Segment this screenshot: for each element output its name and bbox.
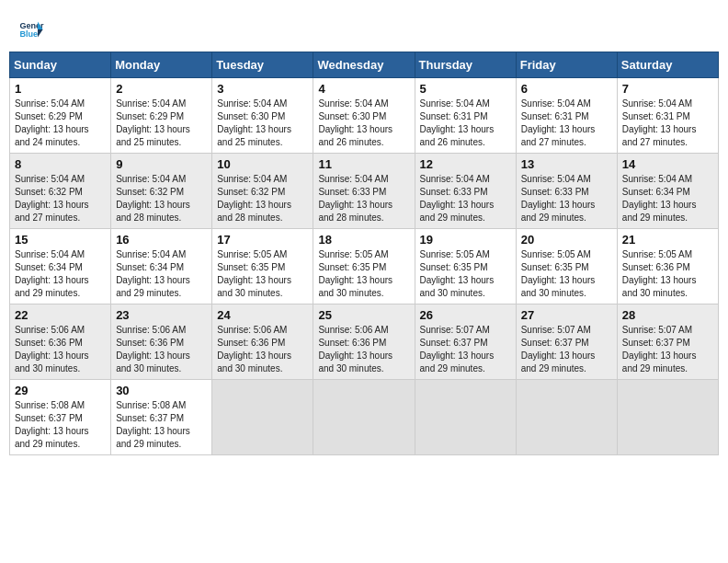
svg-text:Blue: Blue bbox=[19, 29, 38, 39]
day-info: Sunrise: 5:06 AM Sunset: 6:36 PM Dayligh… bbox=[318, 324, 409, 375]
day-info: Sunrise: 5:04 AM Sunset: 6:30 PM Dayligh… bbox=[318, 98, 409, 149]
calendar-cell bbox=[415, 380, 516, 455]
day-info: Sunrise: 5:04 AM Sunset: 6:34 PM Dayligh… bbox=[116, 248, 207, 300]
calendar-cell: 22Sunrise: 5:06 AM Sunset: 6:36 PM Dayli… bbox=[10, 304, 111, 380]
day-info: Sunrise: 5:04 AM Sunset: 6:34 PM Dayligh… bbox=[15, 248, 106, 300]
day-info: Sunrise: 5:08 AM Sunset: 6:37 PM Dayligh… bbox=[15, 399, 106, 451]
day-number: 30 bbox=[116, 384, 207, 397]
day-info: Sunrise: 5:06 AM Sunset: 6:36 PM Dayligh… bbox=[217, 324, 308, 375]
calendar-week-3: 15Sunrise: 5:04 AM Sunset: 6:34 PM Dayli… bbox=[10, 229, 719, 304]
col-header-wednesday: Wednesday bbox=[313, 52, 415, 78]
day-number: 25 bbox=[318, 308, 409, 322]
day-number: 9 bbox=[116, 157, 207, 171]
day-info: Sunrise: 5:04 AM Sunset: 6:31 PM Dayligh… bbox=[622, 98, 713, 149]
day-info: Sunrise: 5:05 AM Sunset: 6:35 PM Dayligh… bbox=[521, 248, 612, 300]
day-info: Sunrise: 5:08 AM Sunset: 6:37 PM Dayligh… bbox=[116, 399, 207, 451]
day-info: Sunrise: 5:07 AM Sunset: 6:37 PM Dayligh… bbox=[420, 324, 511, 375]
day-number: 5 bbox=[420, 82, 511, 96]
calendar-cell: 23Sunrise: 5:06 AM Sunset: 6:36 PM Dayli… bbox=[111, 304, 212, 380]
day-number: 18 bbox=[318, 233, 409, 247]
day-info: Sunrise: 5:06 AM Sunset: 6:36 PM Dayligh… bbox=[116, 324, 207, 375]
day-number: 15 bbox=[15, 233, 106, 247]
calendar-cell: 14Sunrise: 5:04 AM Sunset: 6:34 PM Dayli… bbox=[617, 154, 718, 229]
day-number: 27 bbox=[521, 308, 612, 322]
day-info: Sunrise: 5:04 AM Sunset: 6:33 PM Dayligh… bbox=[420, 173, 511, 224]
calendar-cell: 7Sunrise: 5:04 AM Sunset: 6:31 PM Daylig… bbox=[617, 78, 718, 154]
col-header-thursday: Thursday bbox=[415, 52, 516, 78]
calendar-cell: 21Sunrise: 5:05 AM Sunset: 6:36 PM Dayli… bbox=[617, 229, 718, 304]
calendar-week-5: 29Sunrise: 5:08 AM Sunset: 6:37 PM Dayli… bbox=[10, 380, 719, 455]
day-info: Sunrise: 5:04 AM Sunset: 6:29 PM Dayligh… bbox=[116, 98, 207, 149]
calendar-cell bbox=[617, 380, 718, 455]
logo: General Blue bbox=[18, 17, 44, 42]
calendar-cell: 16Sunrise: 5:04 AM Sunset: 6:34 PM Dayli… bbox=[111, 229, 212, 304]
day-info: Sunrise: 5:05 AM Sunset: 6:35 PM Dayligh… bbox=[318, 248, 409, 300]
day-info: Sunrise: 5:04 AM Sunset: 6:31 PM Dayligh… bbox=[521, 98, 612, 149]
day-number: 23 bbox=[116, 308, 207, 322]
calendar-cell: 25Sunrise: 5:06 AM Sunset: 6:36 PM Dayli… bbox=[313, 304, 415, 380]
day-number: 26 bbox=[420, 308, 511, 322]
calendar-cell: 29Sunrise: 5:08 AM Sunset: 6:37 PM Dayli… bbox=[10, 380, 111, 455]
day-info: Sunrise: 5:07 AM Sunset: 6:37 PM Dayligh… bbox=[521, 324, 612, 375]
calendar-week-2: 8Sunrise: 5:04 AM Sunset: 6:32 PM Daylig… bbox=[10, 154, 719, 229]
calendar-cell: 1Sunrise: 5:04 AM Sunset: 6:29 PM Daylig… bbox=[10, 78, 111, 154]
day-info: Sunrise: 5:04 AM Sunset: 6:34 PM Dayligh… bbox=[622, 173, 713, 224]
calendar-cell: 5Sunrise: 5:04 AM Sunset: 6:31 PM Daylig… bbox=[415, 78, 516, 154]
col-header-tuesday: Tuesday bbox=[212, 52, 313, 78]
day-number: 13 bbox=[521, 157, 612, 171]
calendar-cell: 12Sunrise: 5:04 AM Sunset: 6:33 PM Dayli… bbox=[415, 154, 516, 229]
day-number: 6 bbox=[521, 82, 612, 96]
calendar-cell: 13Sunrise: 5:04 AM Sunset: 6:33 PM Dayli… bbox=[516, 154, 617, 229]
calendar-week-4: 22Sunrise: 5:06 AM Sunset: 6:36 PM Dayli… bbox=[10, 304, 719, 380]
calendar-cell: 30Sunrise: 5:08 AM Sunset: 6:37 PM Dayli… bbox=[111, 380, 212, 455]
day-number: 11 bbox=[318, 157, 409, 171]
day-number: 4 bbox=[318, 82, 409, 96]
calendar-cell: 3Sunrise: 5:04 AM Sunset: 6:30 PM Daylig… bbox=[212, 78, 313, 154]
day-info: Sunrise: 5:04 AM Sunset: 6:32 PM Dayligh… bbox=[116, 173, 207, 224]
day-info: Sunrise: 5:04 AM Sunset: 6:32 PM Dayligh… bbox=[15, 173, 106, 224]
header: General Blue bbox=[9, 9, 719, 46]
calendar-cell: 9Sunrise: 5:04 AM Sunset: 6:32 PM Daylig… bbox=[111, 154, 212, 229]
calendar-cell: 20Sunrise: 5:05 AM Sunset: 6:35 PM Dayli… bbox=[516, 229, 617, 304]
calendar-table: SundayMondayTuesdayWednesdayThursdayFrid… bbox=[9, 52, 719, 455]
calendar-header-row: SundayMondayTuesdayWednesdayThursdayFrid… bbox=[10, 52, 719, 78]
day-number: 3 bbox=[217, 82, 308, 96]
day-number: 8 bbox=[15, 157, 106, 171]
calendar-cell bbox=[516, 380, 617, 455]
calendar-cell: 4Sunrise: 5:04 AM Sunset: 6:30 PM Daylig… bbox=[313, 78, 415, 154]
calendar-week-1: 1Sunrise: 5:04 AM Sunset: 6:29 PM Daylig… bbox=[10, 78, 719, 154]
day-number: 7 bbox=[622, 82, 713, 96]
day-info: Sunrise: 5:07 AM Sunset: 6:37 PM Dayligh… bbox=[622, 324, 713, 375]
day-info: Sunrise: 5:04 AM Sunset: 6:30 PM Dayligh… bbox=[217, 98, 308, 149]
day-number: 22 bbox=[15, 308, 106, 322]
col-header-sunday: Sunday bbox=[10, 52, 111, 78]
calendar-cell: 6Sunrise: 5:04 AM Sunset: 6:31 PM Daylig… bbox=[516, 78, 617, 154]
day-info: Sunrise: 5:06 AM Sunset: 6:36 PM Dayligh… bbox=[15, 324, 106, 375]
calendar-cell: 28Sunrise: 5:07 AM Sunset: 6:37 PM Dayli… bbox=[617, 304, 718, 380]
day-info: Sunrise: 5:05 AM Sunset: 6:36 PM Dayligh… bbox=[622, 248, 713, 300]
day-number: 12 bbox=[420, 157, 511, 171]
col-header-saturday: Saturday bbox=[617, 52, 718, 78]
calendar-cell: 27Sunrise: 5:07 AM Sunset: 6:37 PM Dayli… bbox=[516, 304, 617, 380]
calendar-cell: 10Sunrise: 5:04 AM Sunset: 6:32 PM Dayli… bbox=[212, 154, 313, 229]
day-info: Sunrise: 5:04 AM Sunset: 6:29 PM Dayligh… bbox=[15, 98, 106, 149]
day-number: 17 bbox=[217, 233, 308, 247]
day-info: Sunrise: 5:05 AM Sunset: 6:35 PM Dayligh… bbox=[420, 248, 511, 300]
col-header-monday: Monday bbox=[111, 52, 212, 78]
col-header-friday: Friday bbox=[516, 52, 617, 78]
calendar-cell: 2Sunrise: 5:04 AM Sunset: 6:29 PM Daylig… bbox=[111, 78, 212, 154]
day-number: 1 bbox=[15, 82, 106, 96]
day-info: Sunrise: 5:05 AM Sunset: 6:35 PM Dayligh… bbox=[217, 248, 308, 300]
calendar-cell: 17Sunrise: 5:05 AM Sunset: 6:35 PM Dayli… bbox=[212, 229, 313, 304]
calendar-cell bbox=[313, 380, 415, 455]
svg-marker-3 bbox=[38, 29, 43, 37]
calendar-cell: 18Sunrise: 5:05 AM Sunset: 6:35 PM Dayli… bbox=[313, 229, 415, 304]
day-number: 20 bbox=[521, 233, 612, 247]
day-number: 24 bbox=[217, 308, 308, 322]
calendar-cell: 26Sunrise: 5:07 AM Sunset: 6:37 PM Dayli… bbox=[415, 304, 516, 380]
calendar-cell: 24Sunrise: 5:06 AM Sunset: 6:36 PM Dayli… bbox=[212, 304, 313, 380]
day-number: 29 bbox=[15, 384, 106, 397]
logo-icon: General Blue bbox=[18, 17, 44, 42]
day-info: Sunrise: 5:04 AM Sunset: 6:33 PM Dayligh… bbox=[318, 173, 409, 224]
calendar-cell: 15Sunrise: 5:04 AM Sunset: 6:34 PM Dayli… bbox=[10, 229, 111, 304]
